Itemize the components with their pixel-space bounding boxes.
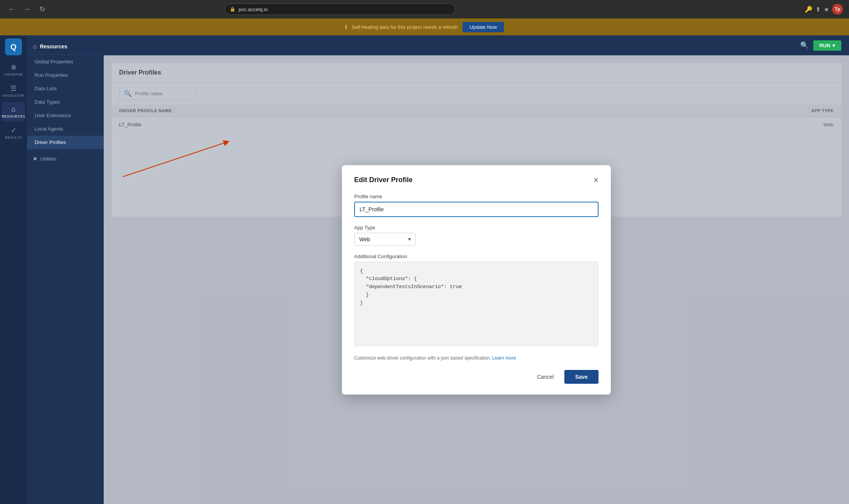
sidebar-item-navigator[interactable]: ☰ NAVIGATOR [2,81,25,101]
main-content: 🔍 RUN ▾ Driver Profiles 🔍 [104,35,849,504]
resources-header-icon: ⌂ [33,43,37,50]
resources-header-label: Resources [40,43,68,50]
nav-item-global-properties[interactable]: Global Properties [27,55,104,68]
sidebar-item-results[interactable]: ✓ RESULTS [2,123,25,143]
app-logo: Q [5,38,22,55]
run-chevron: ▾ [832,43,835,48]
modal-actions: Cancel Save [354,370,599,384]
sidebar-item-universe[interactable]: ⊕ UNIVERSE [2,60,25,80]
svg-line-1 [123,142,227,177]
nav-item-data-lists[interactable]: Data Lists [27,82,104,95]
utilities-label: Utilities [40,156,56,162]
cancel-button[interactable]: Cancel [531,370,560,384]
top-bar-actions: 🔍 RUN ▾ [800,40,841,51]
learn-more-link[interactable]: Learn more [492,355,516,361]
nav-item-driver-profiles[interactable]: Driver Profiles [27,136,104,149]
run-label: RUN [819,43,830,48]
resources-header: ⌂ Resources [27,38,104,55]
browser-actions: 🔑 ⬆ ★ Tp [805,4,843,15]
modal-header: Edit Driver Profile × [354,176,599,184]
modal-overlay: Edit Driver Profile × Profile name App T… [104,55,849,504]
additional-config-group: Additional Configuration { "cloudOptions… [354,254,599,348]
profile-name-field[interactable] [354,202,599,217]
nav-item-local-agents[interactable]: Local Agents [27,122,104,136]
app-container: Q ⊕ UNIVERSE ☰ NAVIGATOR ⌂ RESOURCES ✓ R… [0,35,849,504]
app-type-select-wrapper: Web Mobile Desktop ▼ [354,233,416,246]
results-icon: ✓ [11,126,17,134]
resources-icon: ⌂ [12,105,16,113]
modal-title: Edit Driver Profile [354,176,413,184]
reload-button[interactable]: ↻ [37,4,48,15]
key-icon[interactable]: 🔑 [805,6,813,13]
secondary-nav: ⌂ Resources Global Properties Run Proper… [27,35,104,504]
back-button[interactable]: ← [6,4,17,15]
profile-name-group: Profile name [354,194,599,217]
user-avatar: Tp [832,4,843,15]
run-button[interactable]: RUN ▾ [813,40,841,51]
edit-driver-profile-modal: Edit Driver Profile × Profile name App T… [342,165,611,395]
help-text-content: Customize web driver configuration with … [354,355,491,361]
forward-button[interactable]: → [22,4,32,15]
search-icon[interactable]: 🔍 [800,41,809,50]
config-textarea[interactable]: { "cloudOptions": { "dependentTestsInSce… [354,262,599,346]
app-type-select[interactable]: Web Mobile Desktop [354,233,416,246]
app-type-label: App Type [354,225,599,230]
star-icon[interactable]: ★ [824,6,829,13]
content-area: Driver Profiles 🔍 DRIVER PROFILE NAME AP… [104,55,849,504]
share-icon[interactable]: ⬆ [816,6,821,13]
sidebar-item-resources[interactable]: ⌂ RESOURCES [2,102,25,121]
app-type-group: App Type Web Mobile Desktop ▼ [354,225,599,246]
universe-icon: ⊕ [11,63,17,71]
profile-name-label: Profile name [354,194,599,199]
url-text: poc.accelq.io [239,7,268,12]
nav-item-utilities[interactable]: ✖ Utilities [27,152,104,166]
browser-chrome: ← → ↻ 🔒 poc.accelq.io 🔑 ⬆ ★ Tp [0,0,849,18]
notification-message: Self-healing data for this project needs… [352,24,458,30]
notification-icon: ℹ [345,24,347,30]
nav-item-user-extensions[interactable]: User Extensions [27,109,104,122]
lock-icon: 🔒 [230,7,235,12]
modal-close-button[interactable]: × [594,176,599,184]
address-bar: 🔒 poc.accelq.io [225,3,455,15]
save-button[interactable]: Save [564,370,599,384]
navigator-icon: ☰ [10,84,17,93]
nav-item-data-types[interactable]: Data Types [27,95,104,109]
notification-bar: ℹ Self-healing data for this project nee… [0,18,849,35]
help-text: Customize web driver configuration with … [354,355,599,361]
top-bar: 🔍 RUN ▾ [104,35,849,55]
utilities-icon: ✖ [33,156,37,162]
additional-config-label: Additional Configuration [354,254,599,259]
update-now-button[interactable]: Update Now [463,22,504,32]
icon-nav: Q ⊕ UNIVERSE ☰ NAVIGATOR ⌂ RESOURCES ✓ R… [0,35,27,504]
nav-item-run-properties[interactable]: Run Properties [27,68,104,82]
